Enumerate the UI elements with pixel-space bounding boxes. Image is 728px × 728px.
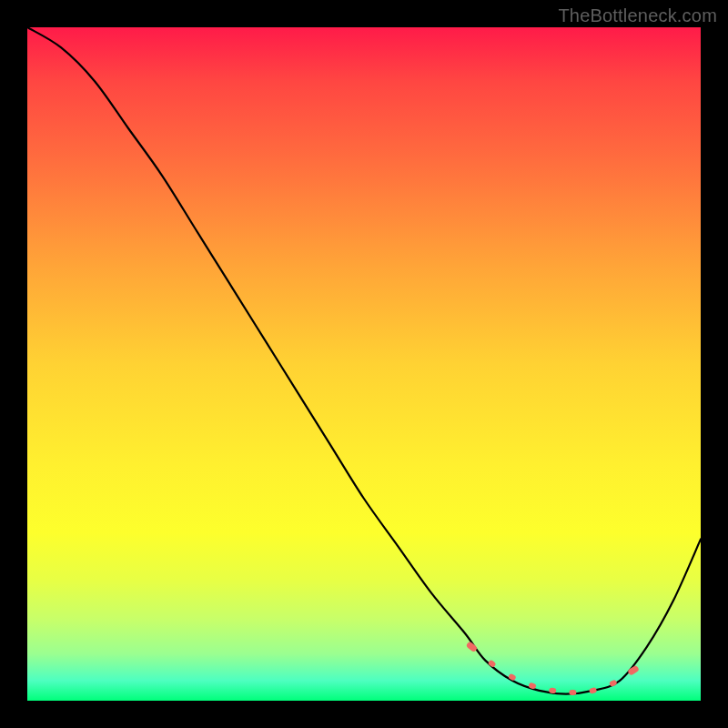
bottleneck-curve <box>27 27 701 694</box>
sweet-spot-marker <box>589 687 597 694</box>
chart-svg <box>27 27 701 701</box>
plot-area <box>27 27 701 701</box>
chart-frame: { "watermark": "TheBottleneck.com", "cha… <box>0 0 728 728</box>
watermark-text: TheBottleneck.com <box>558 5 717 26</box>
sweet-spot-marker <box>569 690 576 695</box>
sweet-spot-markers <box>466 641 640 695</box>
sweet-spot-marker <box>488 660 497 669</box>
sweet-spot-marker <box>508 673 517 682</box>
